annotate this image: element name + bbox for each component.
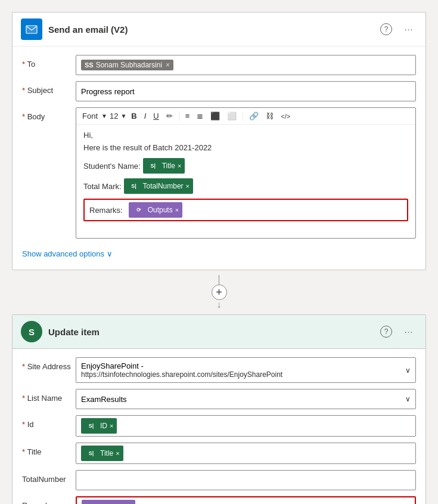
student-name-line: Student's Name: S| Title × — [83, 158, 408, 174]
underline-button[interactable]: U — [151, 110, 161, 122]
unlink-button[interactable]: ⛓ — [263, 110, 276, 122]
title-tag-label: Title — [162, 162, 175, 170]
font-dropdown-arrow[interactable]: ▼ — [101, 113, 107, 119]
update-card-body: * Site Address EnjoySharePoint - https:/… — [13, 349, 425, 504]
total-mark-prefix: Total Mark: — [83, 182, 122, 191]
update-remarks-label: Remarks — [22, 496, 76, 504]
update-card-actions: ? ··· — [378, 323, 417, 340]
pen-button[interactable]: ✏ — [164, 110, 175, 122]
svg-rect-0 — [26, 26, 37, 33]
id-label: * Id — [22, 415, 76, 429]
show-advanced-chevron: ∨ — [107, 249, 113, 258]
to-label: * To — [22, 55, 76, 69]
connector-arrow: ↓ — [217, 300, 222, 310]
site-address-dropdown-arrow[interactable]: ∨ — [405, 366, 411, 375]
align-left-button[interactable]: ⬛ — [208, 110, 222, 122]
update-outputs-tag: ⟳ Outputs × — [82, 500, 135, 504]
title-label: * Title — [22, 443, 76, 456]
site-address-label: * Site Address — [22, 357, 76, 371]
email-card-title: Send an email (V2) — [48, 24, 378, 35]
bullet-list-button[interactable]: ≡ — [183, 110, 192, 122]
total-tag-close[interactable]: × — [186, 183, 190, 190]
bold-button[interactable]: B — [129, 110, 139, 122]
toolbar-sep2 — [243, 112, 243, 121]
remarks-highlighted-line: Remarks: ⟳ Outputs × — [83, 199, 408, 221]
title-tag-icon: S| — [147, 159, 160, 172]
email-card-actions: ? ··· — [378, 21, 417, 38]
font-size[interactable]: 12 — [110, 112, 118, 120]
email-card-header: Send an email (V2) ? ··· — [13, 13, 425, 47]
update-card: S Update item ? ··· * Site Address Enjoy… — [12, 314, 426, 504]
body-result: Here is the result of Batch 2021-2022 — [83, 143, 408, 152]
site-address-url: https://tsinfotechnologies.sharepoint.co… — [81, 370, 282, 379]
list-name-label: * List Name — [22, 389, 76, 403]
outputs-tag: ⟳ Outputs × — [129, 202, 182, 218]
update-title-tag-label: Title — [100, 449, 113, 457]
subject-label: * Subject — [22, 81, 76, 95]
update-help-button[interactable]: ? — [378, 323, 394, 340]
body-label: * Body — [22, 107, 76, 121]
show-advanced-section: Show advanced options ∨ — [22, 246, 416, 261]
align-right-button[interactable]: ⬜ — [225, 110, 239, 122]
email-icon — [21, 18, 42, 40]
body-row: * Body Font ▼ 12 ▼ B I U ✏ ≡ ≣ ⬛ ⬜ — [22, 107, 416, 239]
show-advanced-link[interactable]: Show advanced options ∨ — [22, 249, 113, 258]
outputs-tag-icon: ⟳ — [132, 203, 145, 217]
email-card-body: * To SS Sonam Subhadarsini × * Subject P… — [13, 47, 425, 270]
title-tag-close[interactable]: × — [178, 162, 181, 169]
subject-row: * Subject Progress report — [22, 81, 416, 101]
id-row: * Id S| ID × — [22, 415, 416, 437]
to-row: * To SS Sonam Subhadarsini × — [22, 55, 416, 75]
id-tag: S| ID × — [81, 418, 117, 434]
update-remarks-field[interactable]: ⟳ Outputs × — [76, 496, 416, 504]
title-field[interactable]: S| Title × — [76, 443, 416, 464]
update-outputs-tag-icon: ⟳ — [85, 501, 98, 504]
total-mark-line: Total Mark: S| TotalNumber × — [83, 178, 408, 194]
id-field[interactable]: S| ID × — [76, 415, 416, 437]
list-name-dropdown-arrow[interactable]: ∨ — [405, 395, 411, 403]
update-icon: S — [21, 321, 42, 342]
email-more-button[interactable]: ··· — [400, 21, 417, 38]
html-button[interactable]: </> — [278, 112, 293, 121]
numbered-list-button[interactable]: ≣ — [194, 110, 206, 122]
total-tag-icon: S| — [128, 180, 141, 193]
site-address-row: * Site Address EnjoySharePoint - https:/… — [22, 357, 416, 383]
recipient-tag: SS Sonam Subhadarsini × — [81, 60, 173, 70]
subject-value: Progress report — [81, 87, 135, 96]
font-size-arrow[interactable]: ▼ — [120, 113, 126, 119]
total-number-row: TotalNumber — [22, 470, 416, 490]
font-selector[interactable]: Font — [81, 110, 99, 122]
outputs-tag-label: Outputs — [148, 206, 173, 214]
update-title-tag-icon: S| — [85, 447, 98, 460]
id-tag-icon: S| — [85, 419, 98, 432]
title-row: * Title S| Title × — [22, 443, 416, 464]
recipient-remove[interactable]: × — [166, 61, 170, 69]
list-name-field[interactable]: ExamResults ∨ — [76, 389, 416, 409]
id-tag-close[interactable]: × — [110, 422, 113, 429]
total-number-label: TotalNumber — [22, 470, 76, 484]
list-name-row: * List Name ExamResults ∨ — [22, 389, 416, 409]
show-advanced-label: Show advanced options — [22, 249, 104, 258]
total-number-tag-label: TotalNumber — [143, 182, 184, 190]
student-name-prefix: Student's Name: — [83, 162, 141, 171]
italic-button[interactable]: I — [142, 110, 149, 122]
update-more-button[interactable]: ··· — [400, 323, 417, 340]
total-number-field[interactable] — [76, 470, 416, 490]
email-card: Send an email (V2) ? ··· * To SS Sonam S… — [12, 12, 426, 270]
recipient-name: Sonam Subhadarsini — [96, 61, 162, 69]
update-title-tag-close[interactable]: × — [116, 450, 119, 457]
body-editor[interactable]: Font ▼ 12 ▼ B I U ✏ ≡ ≣ ⬛ ⬜ 🔗 ⛓ </> — [76, 107, 416, 239]
connector-top-line — [219, 275, 219, 285]
subject-field[interactable]: Progress report — [76, 81, 416, 101]
link-button[interactable]: 🔗 — [247, 110, 261, 122]
list-name-value: ExamResults — [81, 395, 127, 404]
site-address-field[interactable]: EnjoySharePoint - https://tsinfotechnolo… — [76, 357, 416, 383]
update-title-tag: S| Title × — [81, 446, 123, 461]
to-field[interactable]: SS Sonam Subhadarsini × — [76, 55, 416, 75]
site-address-value: EnjoySharePoint - — [81, 361, 144, 370]
body-content[interactable]: Hi, Here is the result of Batch 2021-202… — [76, 125, 415, 227]
outputs-tag-close[interactable]: × — [175, 206, 179, 214]
add-step-button[interactable]: + — [212, 285, 227, 300]
email-help-button[interactable]: ? — [378, 21, 394, 38]
update-card-header: S Update item ? ··· — [13, 315, 425, 349]
